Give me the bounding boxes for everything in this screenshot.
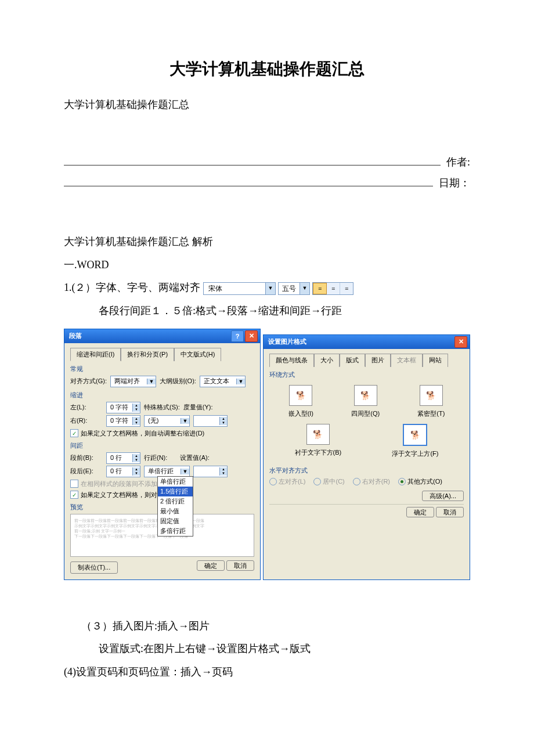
body-line-2: 一.WORD — [64, 254, 470, 277]
set-value-spinner[interactable]: ▲▼ — [193, 466, 228, 477]
alignment-combo[interactable]: 两端对齐 ▼ — [110, 376, 156, 387]
line-spacing-combo[interactable]: 单倍行距 ▼ — [144, 466, 190, 477]
chevron-down-icon: ▼ — [147, 379, 156, 384]
wrap-behind[interactable]: 🐕 衬于文字下方(B) — [295, 424, 342, 458]
tab-size[interactable]: 大小 — [314, 354, 340, 367]
align-other-radio[interactable] — [398, 478, 406, 485]
picture-titlebar: 设置图片格式 ✕ — [264, 335, 470, 349]
after-label: 段后(E): — [70, 467, 103, 476]
before-label: 段前(B): — [70, 453, 103, 462]
body-line-3: 1.(２）字体、字号、两端对齐 宋体 ▼ 五号 ▼ ≡ ≡ ≡ — [64, 276, 470, 300]
picture-format-dialog: 设置图片格式 ✕ 颜色与线条 大小 版式 图片 文本框 网站 环绕方式 🐕 — [263, 334, 470, 580]
dog-icon: 🐕 — [354, 385, 377, 406]
align-center-button[interactable]: ≡ — [327, 283, 340, 294]
wrap-square[interactable]: 🐕 四周型(Q) — [351, 385, 380, 418]
close-button[interactable]: ✕ — [454, 336, 467, 348]
align-justify-button[interactable]: ≡ — [313, 283, 327, 294]
align-right-button[interactable]: ≡ — [340, 283, 353, 294]
chevron-down-icon: ▼ — [181, 469, 189, 474]
alignment-buttons: ≡ ≡ ≡ — [312, 282, 353, 295]
wrap-tight[interactable]: 🐕 紧密型(T) — [417, 385, 445, 418]
same-style-checkbox[interactable]: ✓ — [70, 480, 78, 488]
author-line: 作者: — [64, 152, 470, 169]
tab-pagination[interactable]: 换行和分页(P) — [121, 348, 174, 361]
tab-web[interactable]: 网站 — [423, 354, 448, 367]
tab-textbox[interactable]: 文本框 — [391, 354, 423, 367]
size-dropdown[interactable]: 五号 ▼ — [278, 282, 310, 295]
body-line-1: 大学计算机基础操作题汇总 解析 — [64, 231, 470, 254]
main-title: 大学计算机基础操作题汇总 — [64, 58, 470, 80]
grid-align-label: 如果定义了文档网格，则对齐网 — [81, 491, 170, 499]
font-value: 宋体 — [204, 281, 265, 296]
size-value: 五号 — [279, 281, 300, 296]
tab-indent[interactable]: 缩进和间距(I) — [70, 348, 121, 361]
chevron-down-icon: ▼ — [181, 418, 189, 424]
chevron-down-icon: ▼ — [236, 379, 245, 384]
author-label: 作者: — [446, 155, 470, 169]
wrap-front[interactable]: 🐕 浮于文字上方(F) — [392, 424, 438, 458]
cancel-button[interactable]: 取消 — [436, 507, 464, 517]
body-line-5: （３）插入图片:插入→图片 — [64, 615, 470, 638]
left-spinner[interactable]: 0 字符 ▲▼ — [106, 402, 140, 413]
paragraph-title: 段落 — [69, 332, 82, 340]
font-dropdown[interactable]: 宋体 ▼ — [203, 282, 276, 295]
date-label: 日期： — [439, 176, 470, 190]
line-option-15[interactable]: 1.5倍行距 — [158, 487, 193, 496]
cancel-button[interactable]: 取消 — [226, 560, 254, 571]
general-group: 常规 — [70, 365, 254, 373]
line-option-multi[interactable]: 多倍行距 — [158, 526, 193, 536]
body-line-6: 设置版式:在图片上右键→设置图片格式→版式 — [64, 638, 470, 661]
wrap-inline[interactable]: 🐕 嵌入型(I) — [288, 385, 313, 418]
align-center-radio[interactable] — [313, 478, 321, 485]
tab-picture[interactable]: 图片 — [365, 354, 391, 367]
dog-icon: 🐕 — [289, 385, 312, 406]
help-button[interactable]: ? — [231, 330, 244, 342]
indent-group: 缩进 — [70, 391, 254, 399]
subtitle: 大学计算机基础操作题汇总 — [64, 98, 470, 111]
date-line: 日期： — [64, 174, 470, 190]
paragraph-tabs: 缩进和间距(I) 换行和分页(P) 中文版式(H) — [70, 348, 254, 361]
auto-indent-checkbox[interactable]: ✓ — [70, 429, 78, 437]
line-option-single[interactable]: 单倍行距 — [158, 477, 193, 487]
chevron-down-icon: ▼ — [300, 283, 309, 294]
dog-icon: 🐕 — [403, 424, 427, 446]
after-spinner[interactable]: 0 行 ▲▼ — [106, 466, 140, 477]
tabs-button[interactable]: 制表位(T)... — [70, 561, 118, 574]
tab-color[interactable]: 颜色与线条 — [269, 354, 314, 367]
right-spinner[interactable]: 0 字符 ▲▼ — [106, 415, 140, 427]
left-label: 左(L): — [70, 403, 103, 412]
auto-indent-label: 如果定义了文档网格，则自动调整右缩进(D) — [81, 429, 204, 438]
line-spacing-dropdown: 单倍行距 1.5倍行距 2 倍行距 最小值 固定值 多倍行距 — [157, 476, 193, 537]
outline-label: 大纲级别(O): — [160, 377, 196, 386]
outline-combo[interactable]: 正文文本 ▼ — [200, 376, 246, 387]
body-line-7: (4)设置页码和页码位置：插入→页码 — [64, 661, 470, 684]
line-option-min[interactable]: 最小值 — [158, 506, 193, 516]
tab-chinese[interactable]: 中文版式(H) — [174, 348, 221, 361]
grid-align-checkbox[interactable]: ✓ — [70, 491, 78, 499]
chevron-down-icon: ▼ — [265, 283, 275, 294]
advanced-button[interactable]: 高级(A)... — [422, 491, 464, 501]
special-combo[interactable]: (无) ▼ — [144, 415, 190, 427]
ok-button[interactable]: 确定 — [406, 507, 434, 517]
spacing-group: 间距 — [70, 441, 254, 450]
alignment-label: 对齐方式(G): — [70, 377, 107, 386]
line-option-fixed[interactable]: 固定值 — [158, 516, 193, 526]
before-spinner[interactable]: 0 行 ▲▼ — [106, 452, 140, 464]
line-spacing-label: 行距(N): — [144, 453, 176, 462]
special-label: 特殊格式(S): — [144, 403, 180, 412]
measure-spinner[interactable]: ▲▼ — [193, 415, 228, 427]
close-button[interactable]: ✕ — [245, 330, 258, 342]
picture-tabs: 颜色与线条 大小 版式 图片 文本框 网站 — [269, 354, 464, 367]
right-label: 右(R): — [70, 416, 103, 425]
paragraph-dialog: 段落 ? ✕ 缩进和间距(I) 换行和分页(P) 中文版式(H) 常规 对齐方式… — [64, 329, 261, 580]
set-value-label: 设置值(A): — [180, 453, 212, 462]
paragraph-titlebar: 段落 ? ✕ — [64, 329, 260, 343]
dog-icon: 🐕 — [306, 424, 330, 445]
picture-title: 设置图片格式 — [268, 337, 306, 346]
align-left-radio[interactable] — [269, 478, 277, 485]
ok-button[interactable]: 确定 — [197, 560, 225, 571]
line-option-double[interactable]: 2 倍行距 — [158, 496, 193, 506]
tab-layout[interactable]: 版式 — [340, 354, 365, 367]
align-right-radio[interactable] — [353, 478, 360, 485]
wrap-group: 环绕方式 — [269, 370, 464, 379]
